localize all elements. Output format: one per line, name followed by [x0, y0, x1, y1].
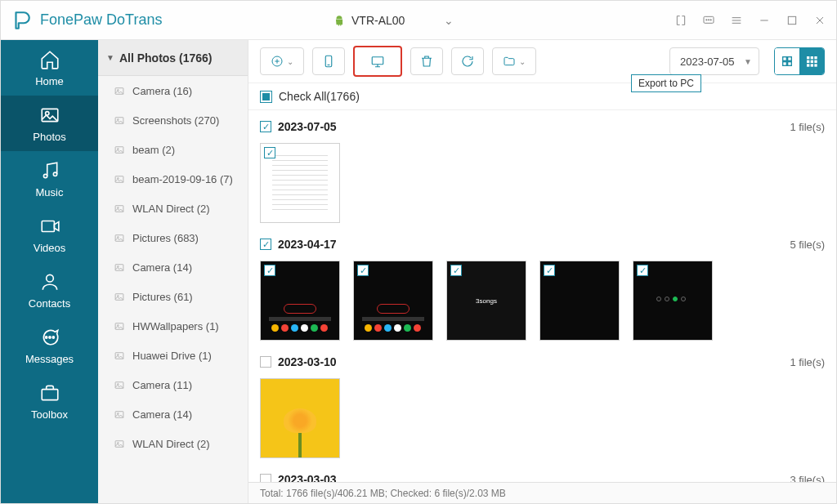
contacts-icon — [39, 271, 60, 292]
svg-rect-56 — [807, 56, 809, 59]
export-to-pc-button[interactable] — [353, 46, 402, 77]
album-item[interactable]: WLAN Direct (2) — [98, 194, 248, 223]
album-label: beam (2) — [132, 144, 175, 156]
album-item[interactable]: Camera (14) — [98, 252, 248, 282]
photo-thumb[interactable]: 3songs — [446, 261, 526, 341]
image-icon — [113, 439, 126, 449]
image-icon — [113, 321, 126, 332]
image-icon — [113, 262, 126, 273]
group-header: 2023-04-17 5 file(s) — [260, 231, 825, 257]
nav-toolbox[interactable]: Toolbox — [1, 373, 98, 429]
group-header: 2023-07-05 1 file(s) — [260, 114, 825, 140]
check-all-checkbox[interactable] — [260, 91, 272, 103]
svg-rect-57 — [811, 56, 813, 59]
photo-groups[interactable]: 2023-07-05 1 file(s) 2023-04-17 5 file(s… — [248, 110, 836, 482]
album-item[interactable]: Huawei Drive (1) — [98, 341, 248, 370]
thumb-checkbox[interactable] — [264, 265, 275, 276]
svg-rect-8 — [788, 16, 795, 24]
photo-thumb[interactable] — [633, 261, 713, 341]
refresh-button[interactable] — [451, 47, 484, 75]
album-item[interactable]: Pictures (61) — [98, 282, 248, 311]
nav-photos[interactable]: Photos — [1, 96, 98, 151]
nav-label: Music — [36, 186, 64, 198]
image-icon — [113, 86, 126, 96]
thumb-checkbox[interactable] — [264, 147, 275, 158]
export-to-device-button[interactable] — [312, 47, 345, 75]
photo-thumb[interactable] — [260, 143, 340, 223]
grid-large-icon — [781, 55, 794, 68]
chevron-down-icon: ⌄ — [444, 14, 454, 27]
image-icon — [113, 115, 126, 126]
nav-messages[interactable]: Messages — [1, 318, 98, 373]
date-filter[interactable]: 2023-07-05 ▼ — [669, 47, 759, 75]
photo-thumb[interactable] — [539, 261, 620, 341]
add-button[interactable]: ⌄ — [260, 47, 304, 75]
group-checkbox[interactable] — [260, 474, 271, 482]
device-selector[interactable]: VTR-AL00 ⌄ — [333, 13, 454, 28]
nav-videos[interactable]: Videos — [1, 207, 98, 262]
minimize-button[interactable] — [758, 14, 771, 27]
thumb-row — [260, 375, 825, 466]
photo-thumb[interactable] — [260, 261, 340, 341]
svg-point-13 — [43, 174, 47, 177]
image-icon — [113, 203, 126, 214]
view-large-button[interactable] — [775, 48, 799, 74]
album-item[interactable]: Camera (14) — [98, 399, 248, 429]
album-item[interactable]: HWWallpapers (1) — [98, 311, 248, 341]
device-name: VTR-AL00 — [351, 14, 405, 27]
app-logo: FonePaw DoTrans — [11, 10, 162, 31]
album-item[interactable]: beam (2) — [98, 135, 248, 164]
close-button[interactable] — [813, 14, 826, 27]
album-label: Camera (14) — [132, 408, 192, 421]
check-all-label: Check All(1766) — [279, 90, 360, 103]
album-label: Camera (14) — [132, 261, 192, 274]
photo-thumb[interactable] — [260, 378, 340, 458]
refresh-icon — [460, 54, 475, 69]
album-item[interactable]: WLAN Direct (2) — [98, 429, 248, 458]
status-text: Total: 1766 file(s)/406.21 MB; Checked: … — [260, 488, 506, 499]
svg-rect-52 — [783, 57, 787, 61]
albums-header-label: All Photos (1766) — [119, 51, 213, 65]
group-checkbox[interactable] — [260, 239, 271, 250]
date-filter-value: 2023-07-05 — [680, 56, 735, 68]
view-small-button[interactable] — [799, 48, 824, 74]
menu-icon[interactable] — [730, 14, 743, 27]
nav-home[interactable]: Home — [1, 40, 98, 96]
toolbar: ⌄ ⌄ Export to PC 2023-07-05 ▼ — [248, 40, 836, 83]
image-icon — [113, 380, 126, 390]
android-icon — [333, 13, 345, 28]
thumb-checkbox[interactable] — [357, 265, 369, 276]
toolbox-icon — [39, 382, 60, 404]
group-checkbox[interactable] — [260, 356, 271, 368]
thumb-checkbox[interactable] — [450, 265, 462, 276]
delete-button[interactable] — [410, 47, 443, 75]
album-item[interactable]: Screenshots (270) — [98, 105, 248, 135]
svg-rect-63 — [811, 64, 813, 66]
svg-rect-54 — [783, 62, 787, 66]
feedback-icon[interactable] — [702, 14, 715, 27]
album-item[interactable]: Camera (11) — [98, 370, 248, 399]
maximize-button[interactable] — [786, 14, 799, 27]
album-item[interactable]: beam-2019-09-16 (7) — [98, 164, 248, 194]
share-icon[interactable] — [674, 14, 687, 27]
thumb-row: 3songs — [260, 257, 825, 349]
image-icon — [113, 233, 126, 243]
photos-icon — [39, 105, 60, 126]
image-icon — [113, 174, 126, 185]
thumb-checkbox[interactable] — [637, 265, 648, 276]
group-count: 5 file(s) — [790, 239, 825, 251]
group-checkbox[interactable] — [260, 121, 271, 132]
svg-rect-58 — [814, 56, 817, 59]
nav-music[interactable]: Music — [1, 151, 98, 207]
svg-rect-59 — [807, 60, 809, 63]
thumb-checkbox[interactable] — [544, 265, 555, 276]
albums-header[interactable]: ▼ All Photos (1766) — [98, 40, 248, 76]
album-item[interactable]: Camera (16) — [98, 76, 248, 105]
folder-button[interactable]: ⌄ — [492, 47, 536, 75]
svg-point-17 — [45, 336, 47, 337]
group-count: 3 file(s) — [790, 474, 825, 483]
nav-contacts[interactable]: Contacts — [1, 262, 98, 318]
photo-thumb[interactable] — [353, 261, 433, 341]
album-item[interactable]: Pictures (683) — [98, 223, 248, 252]
image-icon — [113, 292, 126, 302]
